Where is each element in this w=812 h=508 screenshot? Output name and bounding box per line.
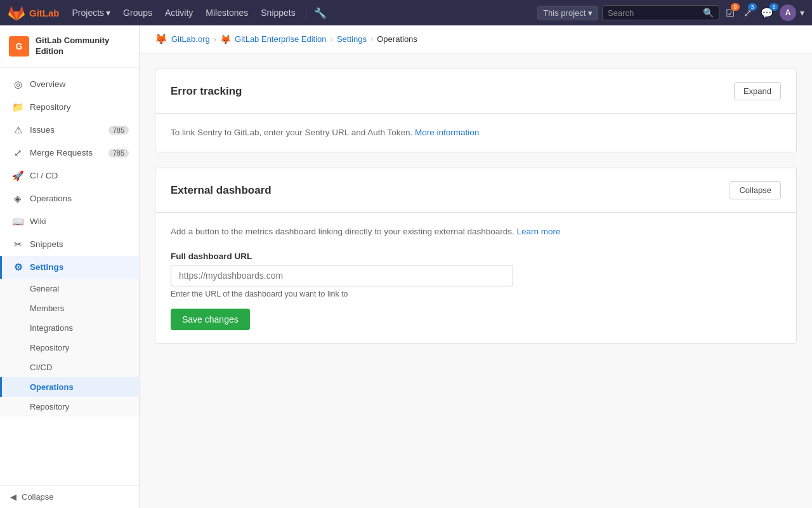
nav-divider [306, 6, 306, 19]
search-input[interactable] [608, 8, 703, 18]
sidebar-item-label: Operations [30, 194, 72, 203]
sidebar-item-wiki[interactable]: 📖 Wiki [0, 210, 139, 233]
sidebar-subitem-repository[interactable]: Repository [0, 338, 139, 358]
save-changes-button[interactable]: Save changes [171, 309, 250, 330]
breadcrumb-gitlab-icon: 🦊 [220, 34, 231, 44]
dashboard-url-input[interactable] [171, 265, 513, 286]
search-icon: 🔍 [703, 8, 714, 18]
sidebar: G GitLab Community Edition ◎ Overview 📁 … [0, 25, 140, 508]
issues-badge: 6 [769, 3, 778, 11]
sidebar-item-label: Wiki [30, 217, 46, 226]
breadcrumb-sep1: › [214, 34, 216, 44]
sidebar-item-label: Overview [30, 79, 65, 89]
activity-link[interactable]: Activity [160, 5, 198, 20]
todo-badge: 9 [731, 3, 740, 11]
sidebar-item-merge-requests[interactable]: ⤢ Merge Requests 785 [0, 142, 139, 164]
sidebar-item-label: Issues [30, 125, 55, 135]
repository-icon: 📁 [12, 102, 23, 113]
issues-count-badge: 785 [108, 126, 129, 135]
chevron-down-icon: ▾ [106, 8, 110, 18]
project-logo: G [9, 36, 29, 57]
breadcrumb-current: Operations [377, 34, 417, 44]
todo-button[interactable]: ☑ 9 [723, 4, 737, 22]
external-dashboard-header: External dashboard Collapse [155, 168, 796, 213]
breadcrumb-enterprise-edition[interactable]: GitLab Enterprise Edition [235, 34, 327, 44]
sidebar-item-snippets[interactable]: ✂ Snippets [0, 233, 139, 256]
sidebar-item-label: Merge Requests [30, 148, 93, 157]
settings-icon: ⚙ [12, 262, 23, 273]
error-tracking-desc: To link Sentry to GitLab, enter your Sen… [171, 126, 781, 139]
url-label: Full dashboard URL [171, 251, 781, 261]
gitlab-logo-text: GitLab [29, 8, 60, 18]
wiki-icon: 📖 [12, 216, 23, 227]
merge-requests-icon: ⤢ [12, 147, 23, 159]
sidebar-subitem-repository2[interactable]: Repository [0, 397, 139, 417]
sidebar-item-operations[interactable]: ◈ Operations [0, 187, 139, 210]
overview-icon: ◎ [12, 79, 23, 90]
sidebar-header: G GitLab Community Edition [0, 25, 139, 68]
sidebar-item-issues[interactable]: ⚠ Issues 785 [0, 119, 139, 142]
wrench-icon[interactable]: 🔧 [311, 4, 329, 22]
main-content: 🦊 GitLab.org › 🦊 GitLab Enterprise Editi… [140, 25, 812, 508]
topnav-right: This project ▾ 🔍 ☑ 9 ⤢ 3 💬 6 A ▾ [537, 4, 804, 22]
breadcrumb-gitlabOrg[interactable]: GitLab.org [171, 34, 210, 44]
sidebar-item-ci-cd[interactable]: 🚀 CI / CD [0, 164, 139, 187]
issues-button[interactable]: 💬 6 [758, 4, 776, 22]
sidebar-item-label: Repository [30, 102, 71, 112]
expand-button[interactable]: Expand [734, 82, 781, 100]
avatar-chevron[interactable]: ▾ [800, 8, 804, 18]
breadcrumb-sep3: › [370, 34, 373, 44]
sidebar-item-repository[interactable]: 📁 Repository [0, 96, 139, 119]
operations-icon: ◈ [12, 193, 23, 204]
sidebar-subitem-operations[interactable]: Operations [0, 377, 139, 397]
breadcrumb-sep2: › [331, 34, 333, 44]
avatar[interactable]: A [780, 4, 796, 21]
error-tracking-header: Error tracking Expand [155, 69, 796, 114]
this-project-button[interactable]: This project ▾ [537, 6, 598, 20]
collapse-button[interactable]: Collapse [730, 181, 781, 199]
project-title: GitLab Community Edition [36, 36, 130, 57]
mr-count-badge: 785 [108, 149, 129, 157]
content-area: Error tracking Expand To link Sentry to … [140, 53, 812, 374]
issues-icon: ⚠ [12, 124, 23, 136]
sidebar-subitem-integrations[interactable]: Integrations [0, 318, 139, 338]
snippets-link[interactable]: Snippets [256, 5, 300, 20]
error-tracking-title: Error tracking [171, 85, 242, 98]
sidebar-collapse-button[interactable]: ◀ Collapse [0, 485, 139, 508]
merge-request-button[interactable]: ⤢ 3 [741, 4, 754, 22]
sidebar-item-label: CI / CD [30, 171, 58, 180]
collapse-icon: ◀ [10, 492, 16, 502]
gitlab-logo[interactable]: GitLab [8, 4, 60, 22]
layout: G GitLab Community Edition ◎ Overview 📁 … [0, 25, 812, 508]
breadcrumb-settings[interactable]: Settings [337, 34, 367, 44]
settings-submenu: General Members Integrations Repository … [0, 279, 139, 417]
projects-menu[interactable]: Projects ▾ [67, 5, 116, 20]
more-information-link[interactable]: More information [415, 128, 479, 137]
mr-badge: 3 [748, 3, 757, 11]
milestones-link[interactable]: Milestones [200, 5, 253, 20]
external-dashboard-section: External dashboard Collapse Add a button… [155, 168, 797, 343]
external-dashboard-body: Add a button to the metrics dashboard li… [155, 213, 796, 342]
sidebar-subitem-cicd[interactable]: CI/CD [0, 358, 139, 377]
sidebar-item-label: Settings [30, 262, 63, 272]
sidebar-subitem-general[interactable]: General [0, 279, 139, 298]
sidebar-subitem-members[interactable]: Members [0, 298, 139, 318]
external-dashboard-title: External dashboard [171, 184, 272, 197]
sidebar-item-overview[interactable]: ◎ Overview [0, 73, 139, 96]
search-bar[interactable]: 🔍 [602, 5, 719, 20]
cicd-icon: 🚀 [12, 170, 23, 182]
topnav: GitLab Projects ▾ Groups Activity Milest… [0, 0, 812, 25]
url-hint: Enter the URL of the dashboard you want … [171, 290, 781, 298]
groups-link[interactable]: Groups [118, 5, 157, 20]
sidebar-nav: ◎ Overview 📁 Repository ⚠ Issues 785 ⤢ M… [0, 68, 139, 485]
breadcrumb-icon: 🦊 [155, 33, 167, 45]
external-dashboard-desc: Add a button to the metrics dashboard li… [171, 225, 781, 238]
error-tracking-body: To link Sentry to GitLab, enter your Sen… [155, 114, 796, 152]
error-tracking-section: Error tracking Expand To link Sentry to … [155, 69, 797, 152]
breadcrumb: 🦊 GitLab.org › 🦊 GitLab Enterprise Editi… [140, 25, 812, 53]
snippets-icon: ✂ [12, 239, 23, 250]
sidebar-item-settings[interactable]: ⚙ Settings [0, 256, 139, 279]
url-form-group: Full dashboard URL Enter the URL of the … [171, 251, 781, 298]
learn-more-link[interactable]: Learn more [517, 227, 561, 236]
sidebar-item-label: Snippets [30, 239, 63, 249]
